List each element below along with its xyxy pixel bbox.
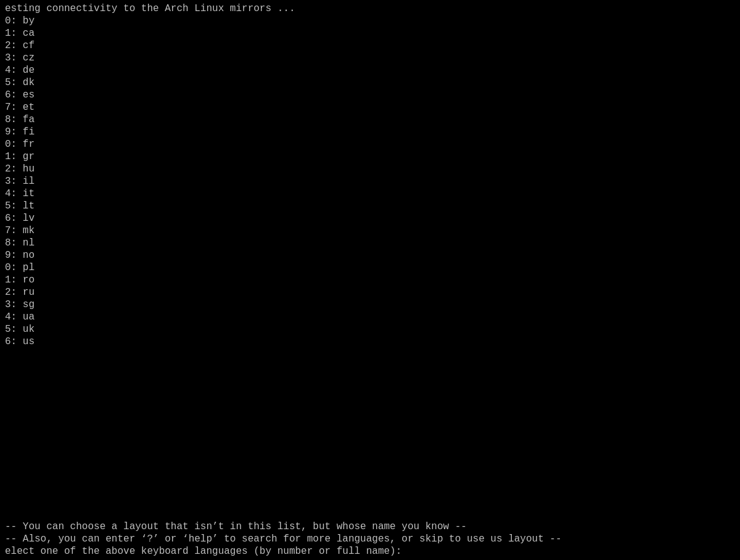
mirror-list: 0: by1: ca2: cf3: cz4: de5: dk6: es7: et… bbox=[5, 15, 735, 348]
footer-line: -- Also, you can enter ‘?’ or ‘help’ to … bbox=[5, 533, 735, 545]
list-item: 2: hu bbox=[5, 163, 735, 175]
list-item: 4: it bbox=[5, 187, 735, 200]
list-item: 7: et bbox=[5, 101, 735, 113]
list-item: 9: no bbox=[5, 249, 735, 261]
list-item: 6: us bbox=[5, 336, 735, 348]
empty-space bbox=[5, 348, 735, 521]
list-item: 0: pl bbox=[5, 261, 735, 274]
list-item: 2: cf bbox=[5, 39, 735, 52]
footer-line: -- You can choose a layout that isn’t in… bbox=[5, 521, 735, 533]
list-item: 3: il bbox=[5, 175, 735, 187]
list-item: 6: lv bbox=[5, 212, 735, 224]
list-item: 5: lt bbox=[5, 200, 735, 212]
list-item: 8: nl bbox=[5, 237, 735, 249]
list-item: 0: by bbox=[5, 15, 735, 27]
list-item: 1: ro bbox=[5, 274, 735, 286]
header-line: esting connectivity to the Arch Linux mi… bbox=[5, 2, 735, 15]
list-item: 2: ru bbox=[5, 286, 735, 299]
list-item: 4: ua bbox=[5, 311, 735, 323]
list-item: 1: gr bbox=[5, 150, 735, 163]
list-item: 3: cz bbox=[5, 52, 735, 64]
list-item: 3: sg bbox=[5, 299, 735, 311]
list-item: 5: uk bbox=[5, 323, 735, 336]
list-item: 6: es bbox=[5, 89, 735, 101]
footer-line: elect one of the above keyboard language… bbox=[5, 545, 735, 558]
list-item: 8: fa bbox=[5, 113, 735, 126]
list-item: 9: fi bbox=[5, 126, 735, 138]
terminal-window: esting connectivity to the Arch Linux mi… bbox=[5, 2, 735, 558]
list-item: 4: de bbox=[5, 64, 735, 76]
list-item: 5: dk bbox=[5, 76, 735, 89]
footer-section: -- You can choose a layout that isn’t in… bbox=[5, 521, 735, 558]
list-item: 7: mk bbox=[5, 224, 735, 237]
list-item: 0: fr bbox=[5, 138, 735, 150]
list-item: 1: ca bbox=[5, 27, 735, 39]
